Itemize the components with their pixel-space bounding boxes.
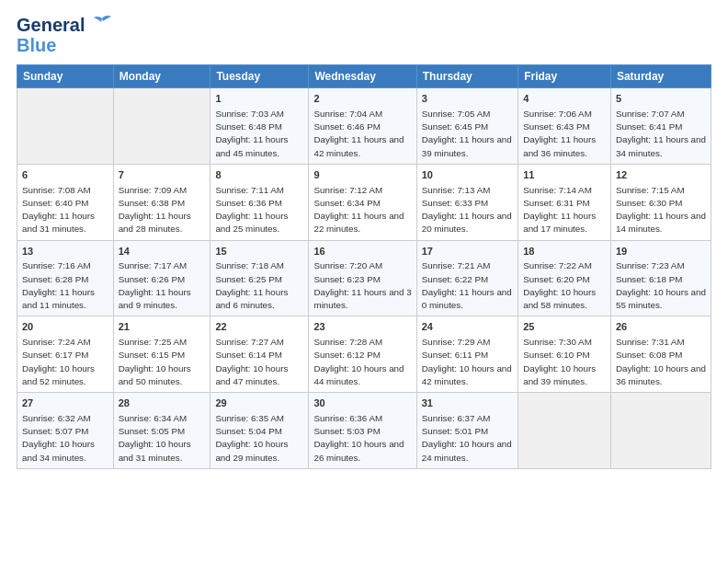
day-info: Sunrise: 7:03 AM	[215, 108, 303, 121]
day-info: Sunset: 6:15 PM	[119, 349, 206, 362]
calendar-cell: 25Sunrise: 7:30 AMSunset: 6:10 PMDayligh…	[518, 316, 611, 393]
day-info: Sunrise: 7:20 AM	[313, 259, 411, 272]
calendar-cell: 7Sunrise: 7:09 AMSunset: 6:38 PMDaylight…	[113, 164, 210, 240]
calendar-table: SundayMondayTuesdayWednesdayThursdayFrid…	[17, 64, 711, 469]
day-info: Sunset: 5:03 PM	[313, 425, 411, 438]
day-number: 16	[313, 245, 411, 259]
day-info: Sunrise: 7:31 AM	[616, 336, 706, 349]
day-number: 28	[119, 396, 206, 411]
day-info: Daylight: 10 hours and 47 minutes.	[215, 362, 303, 388]
day-number: 24	[422, 320, 513, 335]
weekday-header: Tuesday	[210, 65, 309, 88]
day-info: Sunset: 6:43 PM	[523, 121, 606, 133]
calendar-cell: 19Sunrise: 7:23 AMSunset: 6:18 PMDayligh…	[610, 240, 711, 316]
day-number: 22	[215, 320, 303, 335]
day-number: 6	[22, 168, 108, 183]
day-number: 20	[22, 320, 108, 335]
calendar-cell: 17Sunrise: 7:21 AMSunset: 6:22 PMDayligh…	[416, 240, 518, 316]
day-info: Sunrise: 7:27 AM	[215, 336, 303, 349]
calendar-week-row: 27Sunrise: 6:32 AMSunset: 5:07 PMDayligh…	[17, 393, 711, 469]
day-info: Daylight: 10 hours and 44 minutes.	[313, 362, 411, 388]
calendar-cell: 4Sunrise: 7:06 AMSunset: 6:43 PMDaylight…	[518, 88, 611, 165]
day-info: Sunrise: 7:04 AM	[313, 108, 411, 121]
logo-general: General	[17, 15, 85, 35]
day-info: Sunrise: 6:36 AM	[313, 412, 411, 425]
weekday-header: Thursday	[416, 65, 518, 88]
day-info: Sunset: 6:18 PM	[616, 273, 706, 286]
day-info: Daylight: 10 hours and 42 minutes.	[422, 362, 513, 388]
logo: General Blue	[17, 15, 112, 55]
day-info: Sunset: 6:12 PM	[313, 349, 411, 362]
day-info: Daylight: 10 hours and 50 minutes.	[119, 362, 206, 388]
calendar-cell: 6Sunrise: 7:08 AMSunset: 6:40 PMDaylight…	[17, 164, 114, 240]
day-number: 5	[616, 92, 706, 107]
day-info: Sunrise: 6:35 AM	[215, 412, 303, 425]
day-info: Sunrise: 7:21 AM	[422, 259, 513, 272]
day-info: Daylight: 10 hours and 29 minutes.	[215, 438, 303, 464]
day-info: Daylight: 10 hours and 52 minutes.	[22, 362, 108, 388]
day-number: 14	[119, 245, 206, 259]
day-info: Daylight: 11 hours and 25 minutes.	[215, 210, 303, 236]
day-number: 9	[313, 168, 411, 183]
day-info: Sunset: 6:46 PM	[313, 121, 411, 133]
day-number: 27	[22, 396, 108, 411]
calendar-cell: 30Sunrise: 6:36 AMSunset: 5:03 PMDayligh…	[309, 393, 416, 469]
calendar-cell: 13Sunrise: 7:16 AMSunset: 6:28 PMDayligh…	[17, 240, 114, 316]
day-info: Daylight: 11 hours and 34 minutes.	[616, 133, 706, 159]
day-info: Sunrise: 7:30 AM	[523, 336, 606, 349]
calendar-header-row: SundayMondayTuesdayWednesdayThursdayFrid…	[17, 65, 711, 88]
day-info: Sunrise: 7:17 AM	[119, 259, 206, 272]
weekday-header: Monday	[113, 65, 210, 88]
day-info: Sunrise: 7:11 AM	[215, 184, 303, 197]
day-info: Sunset: 6:25 PM	[215, 273, 303, 286]
calendar-cell: 3Sunrise: 7:05 AMSunset: 6:45 PMDaylight…	[416, 88, 518, 165]
day-info: Sunset: 5:05 PM	[119, 425, 206, 438]
day-number: 8	[215, 168, 303, 183]
day-number: 2	[313, 92, 411, 107]
day-info: Sunset: 5:04 PM	[215, 425, 303, 438]
day-info: Sunrise: 6:37 AM	[422, 412, 513, 425]
logo-bird-icon	[92, 15, 112, 35]
day-info: Sunset: 6:34 PM	[313, 197, 411, 210]
day-info: Daylight: 11 hours and 22 minutes.	[313, 210, 411, 236]
calendar-cell: 18Sunrise: 7:22 AMSunset: 6:20 PMDayligh…	[518, 240, 611, 316]
day-number: 26	[616, 320, 706, 335]
day-info: Sunset: 6:31 PM	[523, 197, 606, 210]
day-info: Sunset: 6:28 PM	[22, 273, 108, 286]
day-number: 13	[22, 245, 108, 259]
day-info: Sunrise: 7:25 AM	[119, 336, 206, 349]
calendar-cell: 11Sunrise: 7:14 AMSunset: 6:31 PMDayligh…	[518, 164, 611, 240]
calendar-cell: 8Sunrise: 7:11 AMSunset: 6:36 PMDaylight…	[210, 164, 309, 240]
day-info: Sunrise: 7:08 AM	[22, 184, 108, 197]
calendar-cell: 14Sunrise: 7:17 AMSunset: 6:26 PMDayligh…	[113, 240, 210, 316]
calendar-week-row: 20Sunrise: 7:24 AMSunset: 6:17 PMDayligh…	[17, 316, 711, 393]
calendar-cell: 27Sunrise: 6:32 AMSunset: 5:07 PMDayligh…	[17, 393, 114, 469]
day-number: 11	[523, 168, 606, 183]
day-info: Daylight: 11 hours and 28 minutes.	[119, 210, 206, 236]
day-info: Daylight: 11 hours and 36 minutes.	[523, 133, 606, 159]
weekday-header: Wednesday	[309, 65, 416, 88]
day-info: Daylight: 10 hours and 31 minutes.	[119, 438, 206, 464]
day-number: 4	[523, 92, 606, 107]
calendar-cell: 5Sunrise: 7:07 AMSunset: 6:41 PMDaylight…	[610, 88, 711, 165]
day-info: Sunrise: 7:07 AM	[616, 108, 706, 121]
day-info: Sunrise: 7:16 AM	[22, 259, 108, 272]
day-info: Sunset: 6:22 PM	[422, 273, 513, 286]
day-number: 25	[523, 320, 606, 335]
day-info: Sunrise: 7:28 AM	[313, 336, 411, 349]
day-info: Daylight: 10 hours and 55 minutes.	[616, 286, 706, 312]
day-info: Sunset: 5:01 PM	[422, 425, 513, 438]
day-info: Daylight: 11 hours and 3 minutes.	[313, 286, 411, 312]
day-number: 1	[215, 92, 303, 107]
day-number: 21	[119, 320, 206, 335]
weekday-header: Sunday	[17, 65, 114, 88]
calendar-cell: 12Sunrise: 7:15 AMSunset: 6:30 PMDayligh…	[610, 164, 711, 240]
day-info: Sunset: 6:20 PM	[523, 273, 606, 286]
day-info: Daylight: 11 hours and 39 minutes.	[422, 133, 513, 159]
day-info: Sunset: 6:40 PM	[22, 197, 108, 210]
calendar-cell	[610, 393, 711, 469]
day-info: Sunset: 6:38 PM	[119, 197, 206, 210]
day-info: Sunset: 5:07 PM	[22, 425, 108, 438]
calendar-cell	[113, 88, 210, 165]
calendar-cell: 9Sunrise: 7:12 AMSunset: 6:34 PMDaylight…	[309, 164, 416, 240]
